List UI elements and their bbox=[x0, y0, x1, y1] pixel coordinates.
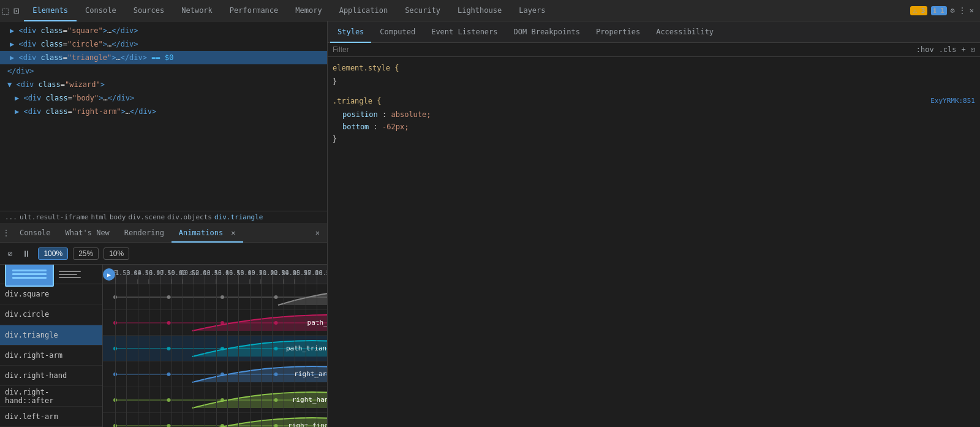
tree-line[interactable]: ▶ <div class="right-arm">…</div> bbox=[0, 105, 327, 118]
svg-point-22 bbox=[221, 321, 224, 325]
style-value: -62px; bbox=[382, 123, 409, 131]
speed-25-button[interactable]: 25% bbox=[73, 248, 99, 260]
svg-point-20 bbox=[113, 321, 117, 325]
tree-line[interactable]: ▼ <div class="wizard"> bbox=[0, 78, 327, 91]
tab-performance[interactable]: Performance bbox=[221, 0, 287, 21]
tree-line[interactable]: ▶ <div class="square">…</div> bbox=[0, 24, 327, 37]
svg-text:right_finger: right_finger bbox=[288, 421, 327, 427]
tab-security[interactable]: Security bbox=[396, 0, 449, 21]
styles-tab-computed[interactable]: Computed bbox=[372, 21, 423, 43]
tab-lighthouse[interactable]: Lighthouse bbox=[449, 0, 510, 21]
stop-icon[interactable]: ⊘ bbox=[5, 248, 15, 260]
device-icon[interactable]: ⊡ bbox=[13, 5, 20, 17]
speed-100-button[interactable]: 100% bbox=[38, 248, 68, 260]
tracks-area[interactable]: ▶ 01.50 s3.00 s4.50 s6.00 s7.50 s9.00 s1… bbox=[103, 265, 327, 427]
drawer-tab-animations[interactable]: Animations ✕ bbox=[172, 223, 243, 243]
track-row-right-arm: right_arm bbox=[103, 361, 327, 387]
elements-panel: ▶ <div class="square">…</div> ▶ <div cla… bbox=[0, 21, 328, 427]
main-layout: ▶ <div class="square">…</div> ▶ <div cla… bbox=[0, 21, 980, 427]
more-icon[interactable]: ⋮ bbox=[959, 6, 966, 15]
speed-10-button[interactable]: 10% bbox=[104, 248, 129, 260]
label-row-right-hand-after[interactable]: div.right-hand::after bbox=[0, 386, 102, 406]
hov-button[interactable]: :hov bbox=[916, 45, 934, 54]
time-ruler: ▶ 01.50 s3.00 s4.50 s6.00 s7.50 s9.00 s1… bbox=[103, 265, 327, 284]
svg-text:path_circle: path_circle bbox=[307, 319, 327, 327]
settings-icon[interactable]: ⚙ bbox=[951, 6, 955, 15]
style-value: absolute; bbox=[391, 110, 431, 119]
tab-sources[interactable]: Sources bbox=[125, 0, 173, 21]
label-row-right-hand[interactable]: div.right-hand bbox=[0, 366, 102, 386]
add-style-button[interactable]: + bbox=[962, 45, 966, 54]
styles-tab-event-listeners[interactable]: Event Listeners bbox=[424, 21, 505, 43]
play-head[interactable]: ▶ bbox=[103, 268, 115, 281]
tab-memory[interactable]: Memory bbox=[287, 0, 330, 21]
tree-line[interactable]: </div> bbox=[0, 64, 327, 78]
breadcrumb-dots[interactable]: ... bbox=[5, 213, 17, 221]
svg-point-41 bbox=[221, 347, 224, 350]
style-brace: } bbox=[333, 75, 975, 88]
tree-line[interactable]: ▶ <div class="circle">…</div> bbox=[0, 37, 327, 51]
drawer-tab-whatsnew[interactable]: What's New bbox=[58, 223, 117, 243]
breadcrumb-item[interactable]: div.scene bbox=[128, 213, 165, 221]
label-row-square[interactable]: div.square bbox=[0, 284, 102, 304]
drawer-tab-console[interactable]: Console bbox=[12, 223, 58, 243]
undock-icon[interactable]: ✕ bbox=[970, 6, 974, 15]
svg-point-80 bbox=[274, 398, 278, 402]
tab-elements[interactable]: Elements bbox=[24, 0, 77, 21]
tab-layers[interactable]: Layers bbox=[510, 0, 554, 21]
breadcrumb-item[interactable]: ult.result-iframe bbox=[20, 213, 89, 221]
svg-point-98 bbox=[221, 424, 224, 427]
inspect-icon[interactable]: ⬚ bbox=[2, 5, 9, 17]
tab-application[interactable]: Application bbox=[331, 0, 396, 21]
svg-point-97 bbox=[167, 424, 171, 427]
styles-tab-styles[interactable]: Styles bbox=[330, 21, 371, 43]
svg-point-39 bbox=[113, 347, 117, 350]
tree-line-selected[interactable]: ▶ <div class="triangle">…</div> == $0 bbox=[0, 51, 327, 64]
styles-tab-accessibility[interactable]: Accessibility bbox=[649, 21, 721, 43]
label-row-right-arm[interactable]: div.right-arm bbox=[0, 346, 102, 366]
style-rule-element: element.style { } bbox=[333, 62, 975, 88]
pause-icon[interactable]: ⏸ bbox=[20, 248, 33, 260]
animation-preview bbox=[5, 265, 54, 287]
style-key: position bbox=[342, 110, 378, 119]
close-drawer-icon[interactable]: ✕ bbox=[311, 229, 325, 237]
new-style-rule-icon[interactable]: ⊡ bbox=[971, 45, 975, 54]
breadcrumb-item[interactable]: div.objects bbox=[167, 213, 212, 221]
style-source[interactable]: ExyYRMK:851 bbox=[930, 95, 975, 108]
breadcrumb-item[interactable]: body bbox=[110, 213, 126, 221]
tab-network[interactable]: Network bbox=[173, 0, 221, 21]
info-badge: ℹ 1 bbox=[931, 6, 946, 15]
cls-button[interactable]: .cls bbox=[939, 45, 957, 54]
styles-tab-properties[interactable]: Properties bbox=[589, 21, 647, 43]
svg-point-59 bbox=[167, 372, 171, 376]
svg-point-40 bbox=[167, 347, 171, 350]
label-row-triangle[interactable]: div.triangle bbox=[0, 325, 102, 346]
warning-badge: ⚠ 3 bbox=[910, 6, 927, 15]
drawer-menu-icon[interactable]: ⋮ bbox=[2, 229, 10, 237]
filter-input[interactable] bbox=[333, 45, 911, 54]
svg-point-21 bbox=[167, 321, 171, 325]
close-animations-icon[interactable]: ✕ bbox=[231, 229, 235, 237]
style-prop: bottom : -62px; bbox=[333, 121, 975, 133]
tree-line[interactable]: ▶ <div class="body">…</div> bbox=[0, 91, 327, 105]
animations-panel: ⊘ ⏸ 100% 25% 10% bbox=[0, 243, 327, 427]
track-row-square: path_square bbox=[103, 284, 327, 310]
tab-console[interactable]: Console bbox=[77, 0, 125, 21]
svg-point-61 bbox=[274, 372, 278, 376]
breadcrumb-item[interactable]: html bbox=[91, 213, 107, 221]
style-key: bottom bbox=[342, 123, 369, 131]
label-column: div.square div.circle div.triangle div.r… bbox=[0, 265, 103, 427]
filter-bar: :hov .cls + ⊡ bbox=[328, 43, 980, 57]
breadcrumb-item[interactable]: div.triangle bbox=[214, 213, 263, 221]
svg-text:right_arm: right_arm bbox=[294, 370, 327, 378]
label-row-circle[interactable]: div.circle bbox=[0, 304, 102, 325]
svg-point-77 bbox=[113, 398, 117, 402]
svg-point-1 bbox=[113, 295, 117, 299]
elements-tree[interactable]: ▶ <div class="square">…</div> ▶ <div cla… bbox=[0, 21, 327, 211]
top-tab-bar: ⬚ ⊡ Elements Console Sources Network Per… bbox=[0, 0, 980, 21]
drawer-tab-rendering[interactable]: Rendering bbox=[117, 223, 172, 243]
svg-point-4 bbox=[274, 295, 278, 299]
styles-tab-dom-breakpoints[interactable]: DOM Breakpoints bbox=[507, 21, 587, 43]
label-row-left-arm[interactable]: div.left-arm bbox=[0, 407, 102, 427]
label-header bbox=[0, 265, 102, 284]
